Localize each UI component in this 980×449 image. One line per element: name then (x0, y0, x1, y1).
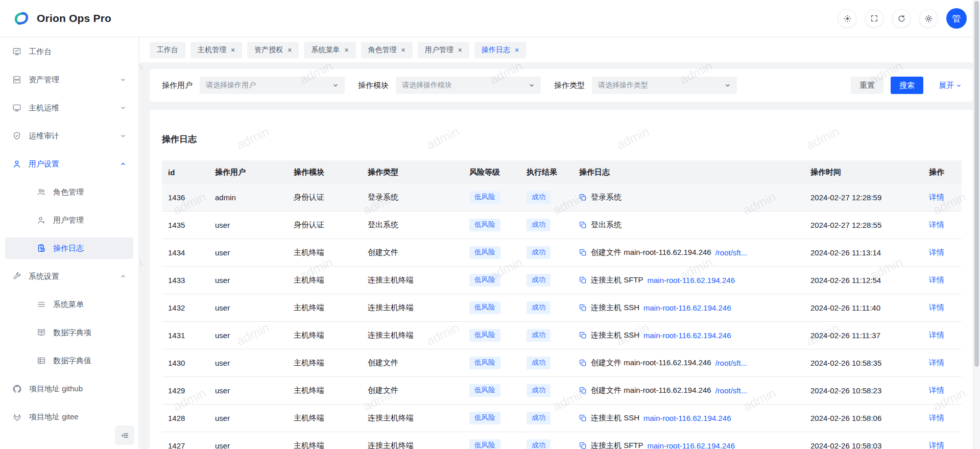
sidebar-item[interactable]: 运维审计 (5, 125, 133, 147)
log-link[interactable]: main-root-116.62.194.246 (643, 331, 731, 340)
detail-link[interactable]: 详情 (929, 193, 944, 201)
cell-user: user (209, 221, 288, 229)
tab-7[interactable]: 操作日志× (474, 42, 526, 58)
chevron-down-icon (120, 105, 126, 111)
cell-time: 2024-02-26 10:58:35 (804, 359, 923, 367)
sidebar-item[interactable]: 数据字典值 (5, 350, 133, 371)
cell-id: 1435 (162, 221, 209, 229)
filter-label: 操作模块 (358, 81, 389, 90)
table-row: 1429user主机终端创建文件低风险成功创建文件 main-root-116.… (162, 377, 962, 405)
cell-time: 2024-02-27 12:28:55 (804, 221, 923, 229)
copy-icon[interactable] (579, 276, 587, 284)
cell-log: 创建文件 main-root-116.62.194.246 /root/sft.… (573, 386, 804, 395)
copy-icon[interactable] (579, 249, 587, 256)
close-icon[interactable]: × (515, 46, 519, 54)
expand-toggle[interactable]: 展开 (939, 81, 962, 90)
close-icon[interactable]: × (458, 46, 462, 54)
tab-label: 工作台 (157, 45, 178, 55)
sidebar-item[interactable]: 资产管理 (5, 69, 133, 90)
tab-6[interactable]: 用户管理× (418, 42, 469, 58)
operation-log-icon (37, 244, 46, 253)
close-icon[interactable]: × (344, 46, 348, 54)
sidebar-item[interactable]: 系统设置 (5, 266, 133, 287)
sidebar-item[interactable]: 项目地址 gitee (5, 406, 133, 428)
detail-link[interactable]: 详情 (929, 386, 944, 394)
workbench-icon (12, 47, 21, 56)
detail-link[interactable]: 详情 (929, 330, 944, 339)
sidebar-item[interactable]: 主机运维 (5, 97, 133, 119)
cell-id: 1434 (162, 248, 209, 257)
user-avatar[interactable]: 管 (946, 8, 967, 29)
page-scrollbar[interactable] (973, 0, 980, 449)
copy-icon[interactable] (579, 387, 587, 394)
sidebar-collapse-button[interactable] (115, 426, 134, 445)
copy-icon[interactable] (579, 414, 587, 422)
copy-icon[interactable] (579, 359, 587, 367)
sidebar-item[interactable]: 项目地址 github (5, 378, 133, 399)
operate-type-select[interactable]: 请选择操作类型 (592, 77, 737, 94)
cell-type: 创建文件 (362, 386, 463, 395)
copy-icon[interactable] (579, 442, 587, 449)
result-badge: 成功 (527, 357, 551, 369)
search-button[interactable]: 搜索 (891, 77, 923, 94)
sidebar-item[interactable]: 数据字典项 (5, 322, 133, 343)
copy-icon[interactable] (579, 304, 587, 312)
app-title: Orion Ops Pro (37, 12, 111, 25)
tab-4[interactable]: 系统菜单× (304, 42, 355, 58)
cell-risk: 低风险 (463, 219, 520, 231)
sidebar-item[interactable]: 用户设置 (5, 153, 133, 175)
settings-button[interactable] (919, 9, 938, 28)
operate-module-select[interactable]: 请选择操作模块 (396, 77, 541, 94)
risk-badge: 低风险 (469, 329, 500, 341)
reset-button[interactable]: 重置 (851, 77, 883, 94)
cell-risk: 低风险 (463, 329, 520, 341)
detail-link[interactable]: 详情 (929, 220, 944, 229)
log-link[interactable]: main-root-116.62.194.246 (648, 441, 735, 449)
log-link[interactable]: main-root-116.62.194.246 (643, 303, 731, 312)
result-badge: 成功 (527, 274, 551, 286)
scrollbar-thumb[interactable] (974, 1, 979, 367)
sidebar-item[interactable]: 工作台 (5, 41, 133, 62)
close-icon[interactable]: × (288, 46, 292, 54)
main-content: 工作台主机管理×资产授权×系统菜单×角色管理×用户管理×操作日志× 操作用户 请… (139, 37, 980, 449)
sidebar-item-label: 主机运维 (29, 103, 59, 113)
log-link[interactable]: main-root-116.62.194.246 (643, 414, 731, 422)
cell-result: 成功 (520, 219, 573, 231)
sidebar-item[interactable]: 系统菜单 (5, 294, 133, 315)
copy-icon[interactable] (579, 194, 587, 201)
tab-1[interactable]: 工作台 (150, 42, 185, 58)
cell-user: user (209, 414, 288, 422)
tab-2[interactable]: 主机管理× (190, 42, 242, 58)
operate-user-select[interactable]: 请选择操作用户 (200, 77, 345, 94)
detail-link[interactable]: 详情 (929, 275, 944, 284)
column-header: 操作 (923, 168, 962, 177)
sidebar-item[interactable]: 操作日志 (5, 238, 133, 259)
copy-icon[interactable] (579, 221, 587, 229)
copy-icon[interactable] (579, 332, 587, 339)
tab-5[interactable]: 角色管理× (361, 42, 413, 58)
detail-link[interactable]: 详情 (929, 441, 944, 449)
log-text: 连接主机 SSH (591, 413, 639, 423)
detail-link[interactable]: 详情 (929, 358, 944, 367)
sidebar-item[interactable]: 角色管理 (5, 181, 133, 203)
log-text: 创建文件 main-root-116.62.194.246 (591, 248, 711, 257)
log-link[interactable]: /root/sft... (715, 386, 748, 395)
detail-link[interactable]: 详情 (929, 413, 944, 422)
cell-result: 成功 (520, 301, 573, 314)
sidebar-item[interactable]: 用户管理 (5, 209, 133, 231)
table-row: 1427user主机终端连接主机终端低风险成功连接主机 SFTP main-ro… (162, 432, 962, 449)
log-link[interactable]: main-root-116.62.194.246 (648, 276, 735, 285)
tab-3[interactable]: 资产授权× (247, 42, 299, 58)
close-icon[interactable]: × (231, 46, 235, 54)
refresh-button[interactable] (892, 9, 911, 28)
close-icon[interactable]: × (401, 46, 405, 54)
header-actions: 管 (838, 8, 967, 29)
log-link[interactable]: /root/sft... (715, 248, 748, 257)
fullscreen-button[interactable] (865, 9, 883, 28)
theme-toggle-button[interactable] (838, 9, 856, 28)
cell-type: 创建文件 (362, 248, 463, 257)
log-link[interactable]: /root/sft... (715, 359, 748, 367)
cell-action: 详情 (923, 441, 962, 449)
detail-link[interactable]: 详情 (929, 248, 944, 256)
detail-link[interactable]: 详情 (929, 303, 944, 312)
